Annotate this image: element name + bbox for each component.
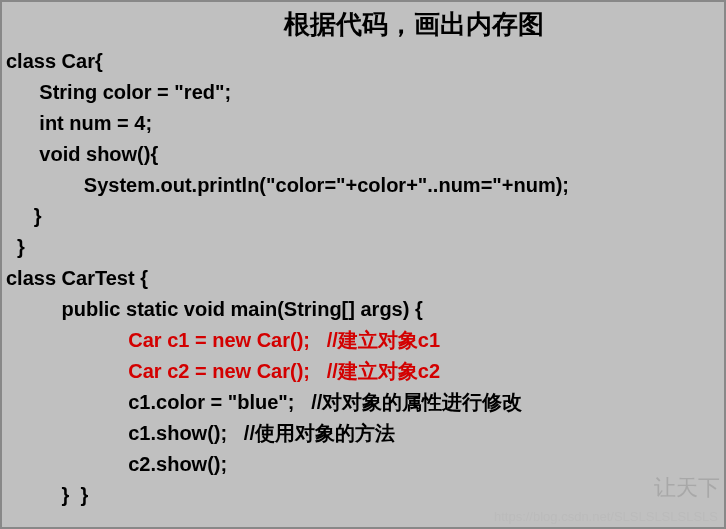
code-line-highlight: Car c2 = new Car(); //建立对象c2	[6, 356, 724, 387]
code-line: class CarTest {	[6, 263, 724, 294]
code-slide: 根据代码，画出内存图 class Car{ String color = "re…	[2, 2, 724, 511]
indent	[6, 391, 128, 413]
code-comment: //对对象的属性进行修改	[311, 391, 522, 413]
code-line: int num = 4;	[6, 108, 724, 139]
code-line: c1.show(); //使用对象的方法	[6, 418, 724, 449]
code-line: class Car{	[6, 46, 724, 77]
code-line: public static void main(String[] args) {	[6, 294, 724, 325]
code-line: System.out.println("color="+color+"..num…	[6, 170, 724, 201]
watermark-text: 让天下	[654, 473, 720, 503]
source-url: https://blog.csdn.net/SLSLSLSLSLSLS	[494, 509, 718, 524]
code-line: }	[6, 201, 724, 232]
code-line-highlight: Car c1 = new Car(); //建立对象c1	[6, 325, 724, 356]
code-line: String color = "red";	[6, 77, 724, 108]
code-line: }	[6, 232, 724, 263]
code-line: void show(){	[6, 139, 724, 170]
code-text: c1.show();	[128, 422, 244, 444]
code-line: c1.color = "blue"; //对对象的属性进行修改	[6, 387, 724, 418]
code-text: c1.color = "blue";	[128, 391, 311, 413]
code-line: c2.show();	[6, 449, 724, 480]
indent	[6, 422, 128, 444]
slide-title: 根据代码，画出内存图	[284, 4, 724, 44]
code-comment: //使用对象的方法	[244, 422, 395, 444]
code-line: } }	[6, 480, 724, 511]
